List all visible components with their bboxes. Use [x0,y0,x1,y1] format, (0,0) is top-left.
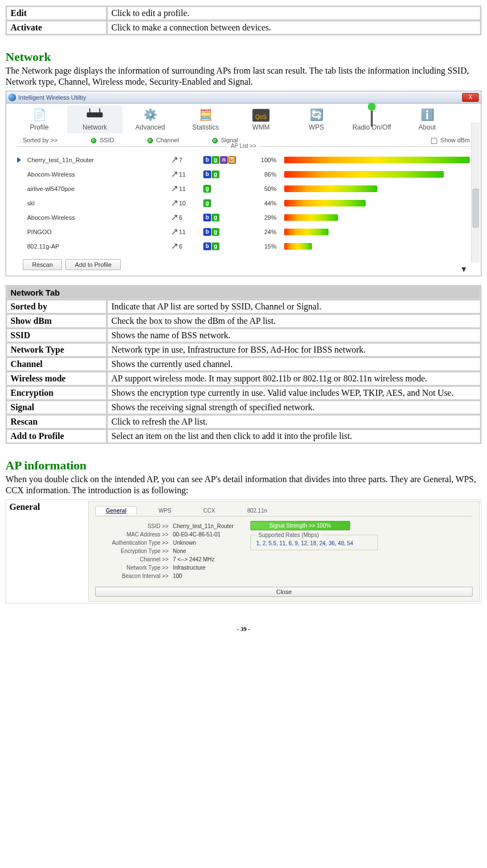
mode-b-icon: b [203,228,211,236]
scrollbar[interactable] [471,122,480,262]
channel-icon [171,171,178,178]
field-val: 00-E0-4C-86-51-01 [173,531,221,538]
ap-row[interactable]: Cherry_test_11n_Router7bgn⚿100% [23,153,470,167]
ap-signal-bar [284,243,470,250]
tab-label: Network [67,123,122,131]
field-key: Network Type >> [95,565,173,571]
tab-label: Advanced [122,123,178,131]
page-number: - 39 - [6,626,481,632]
ap-row[interactable]: Abocom-Wireless6bg29% [23,210,470,225]
radio-icon [212,138,218,143]
tab-label: About [399,123,455,131]
apinfo-close-button[interactable]: Close [95,587,473,597]
def-desc: Select an item on the list and then clic… [107,430,480,443]
tab-advanced[interactable]: ⚙️ Advanced [122,106,178,133]
mode-n-icon: n [220,156,228,164]
ap-signal-pct: 29% [252,214,280,221]
def-label: Edit [7,7,106,20]
titlebar: Intelligent Wireless Utiltiy X [6,91,481,104]
rescan-button[interactable]: Rescan [23,259,62,270]
svg-text:QoS: QoS [255,114,267,120]
tab-network[interactable]: Network [67,106,122,133]
ap-modes: bgn⚿ [203,156,248,164]
def-desc: Indicate that AP list are sorted by SSID… [107,300,480,313]
def-desc: Click to edit a profile. [107,7,480,20]
apinfo-tab-80211n[interactable]: 802.11n [237,506,278,515]
tab-statistics[interactable]: 🧮 Statistics [178,106,233,133]
rates-title: Supported Rates (Mbps) [257,532,321,538]
apinfo-tab-general[interactable]: General [95,506,137,515]
ap-row[interactable]: Abocom-Wireless11bg86% [23,167,470,182]
tab-profile[interactable]: 📄 Profile [12,106,67,133]
tab-label: Radio On/Off [344,123,399,131]
ap-ssid: 802.11g-AP [23,243,167,250]
add-to-profile-button[interactable]: Add to Profile [65,259,121,270]
ap-row[interactable]: 802.11g-AP6bg15% [23,239,470,254]
tab-wps[interactable]: 🔄 WPS [289,106,344,133]
ap-channel: 11 [171,171,199,178]
ap-row[interactable]: airlive-wl5470poe11g50% [23,182,470,196]
def-desc: Shows the currently used channel. [107,358,480,371]
close-button[interactable]: X [462,93,479,102]
def-desc: Click to refresh the AP list. [107,415,480,428]
wireless-utility-window: Intelligent Wireless Utiltiy X 📄 Profile… [6,91,481,276]
ap-info-intro: When you double click on the intended AP… [6,474,481,496]
mode-g-icon: g [203,185,211,193]
apinfo-tab-wps[interactable]: WPS [148,506,182,515]
apinfo-general-label: General [7,501,85,602]
supported-rates-box: Supported Rates (Mbps) 1, 2, 5.5, 11, 6,… [250,535,378,550]
sorted-by-label: Sorted by >> [23,137,58,143]
ap-row[interactable]: skl10g44% [23,196,470,210]
ap-signal-pct: 100% [252,157,280,163]
def-label: Rescan [7,415,106,428]
ap-ssid: PINGOO [23,229,167,235]
tab-wmm[interactable]: QoS WMM [233,106,289,133]
channel-icon [171,157,178,163]
ap-channel: 11 [171,185,199,192]
window-title: Intelligent Wireless Utiltiy [18,94,86,101]
mode-g-icon: g [212,156,219,164]
sort-ssid[interactable]: SSID [91,137,114,143]
ap-modes: g [203,199,248,207]
field-val: Unknown [173,540,196,546]
field-key: Beacon Interval >> [95,573,173,579]
tab-about[interactable]: ℹ️ About [399,106,455,133]
app-icon [8,94,16,101]
radio-icon [91,138,96,143]
ap-row[interactable]: PINGOO11bg24% [23,225,470,239]
signal-strength-bar: Signal Strength >> 100% [250,521,350,530]
ap-modes: bg [203,242,248,250]
ap-signal-bar [284,157,470,163]
radio-icon [147,138,153,143]
ap-signal-pct: 86% [252,171,280,178]
sort-channel[interactable]: Channel [147,137,179,143]
ap-ssid: Abocom-Wireless [23,171,167,178]
ap-info-screenshot: General WPS CCX 802.11n SSID >>Cherry_te… [88,501,480,602]
ap-channel: 6 [171,243,199,250]
mode-g-icon: g [212,242,219,250]
channel-icon [171,185,178,192]
apinfo-tab-ccx[interactable]: CCX [193,506,225,515]
ap-info-row: General General WPS CCX 802.11n SSID >>C… [6,499,481,603]
ap-ssid: airlive-wl5470poe [23,185,167,192]
wmm-icon: QoS [251,107,271,122]
tab-label: WPS [289,123,344,131]
wps-icon: 🔄 [306,107,326,122]
ap-channel: 7 [171,157,199,163]
mode-b-icon: b [203,156,211,164]
mode-b-icon: b [203,214,211,221]
field-key: Channel >> [95,556,173,562]
def-desc: AP support wireless mode. It may support… [107,372,480,385]
main-toolbar: 📄 Profile Network ⚙️ Advanced 🧮 Statisti… [6,104,481,133]
expand-arrow-icon[interactable]: ▼ [460,265,468,273]
show-dbm-checkbox[interactable]: Show dBm [431,137,470,144]
about-icon: ℹ️ [417,107,437,122]
scrollbar-thumb[interactable] [473,189,479,228]
def-label: Signal [7,401,106,414]
def-label: Activate [7,21,106,34]
ap-signal-bar [284,229,470,235]
rates-values: 1, 2, 5.5, 11, 6, 9, 12, 18, 24, 36, 48,… [257,540,372,546]
profile-icon: 📄 [29,107,49,122]
tab-radio[interactable]: Radio On/Off [344,106,399,133]
field-key: Authentication Type >> [95,540,173,546]
